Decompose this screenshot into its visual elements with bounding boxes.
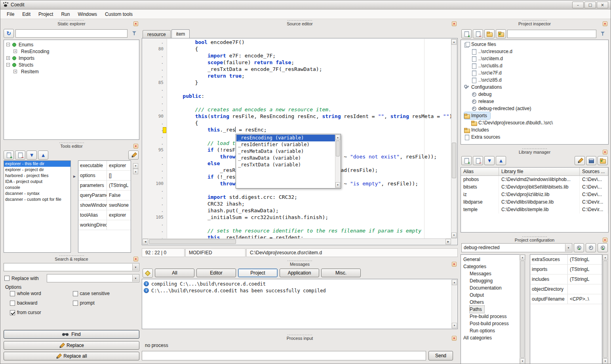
- category-item[interactable]: Debugging: [470, 277, 495, 284]
- message-filter-button[interactable]: Misc.: [321, 269, 361, 277]
- edit-tool-button[interactable]: [128, 151, 139, 160]
- property-value[interactable]: False: [107, 191, 131, 200]
- property-value[interactable]: []: [107, 171, 131, 180]
- property-value[interactable]: [568, 284, 602, 294]
- category-tree-scrollbar[interactable]: ▲ ▼: [520, 254, 525, 364]
- project-tree-item[interactable]: ..\src\utils.d: [471, 62, 506, 69]
- project-tree-item[interactable]: Source files: [464, 41, 499, 48]
- property-value[interactable]: (TStringL: [568, 255, 602, 264]
- property-value[interactable]: (TStringL: [107, 181, 131, 190]
- code-line[interactable]: .: [143, 86, 451, 93]
- tool-list-item[interactable]: dscanner - syntax: [4, 191, 70, 196]
- panel-close-icon[interactable]: ×: [603, 150, 607, 154]
- menu-item[interactable]: Custom tools: [101, 10, 137, 18]
- panel-close-icon[interactable]: ×: [603, 238, 607, 242]
- scroll-up-icon[interactable]: ▲: [335, 135, 340, 140]
- configuration-selector[interactable]: debug-redirected ▼: [461, 243, 572, 252]
- static-explorer-header[interactable]: Static explorer ×: [4, 19, 139, 27]
- code-line[interactable]: 90 this(string resFile, ResEncoding resE…: [143, 113, 451, 120]
- scroll-left-icon[interactable]: ◀: [143, 239, 148, 244]
- code-line[interactable]: . CRC32 ihash;: [143, 200, 451, 207]
- expander-icon[interactable]: +: [6, 56, 10, 60]
- code-line[interactable]: . bool encodee7F(): [143, 39, 451, 46]
- combo-arrow-icon[interactable]: ▼: [565, 244, 571, 252]
- menu-item[interactable]: Windows: [74, 10, 101, 18]
- move-library-down-button[interactable]: ▼: [484, 156, 495, 165]
- category-item[interactable]: Documentation: [470, 284, 504, 292]
- replace-term-combo[interactable]: ▼: [47, 274, 139, 282]
- property-value[interactable]: explorer: [107, 210, 131, 220]
- property-row[interactable]: options []: [78, 171, 131, 181]
- code-line[interactable]: . this._res = resEnc;: [143, 126, 451, 133]
- clear-messages-button[interactable]: [143, 269, 153, 278]
- symbol-tree-item[interactable]: + Imports: [4, 55, 139, 61]
- completion-item[interactable]: _resMetaData (variable): [236, 148, 335, 155]
- symbol-filter-button[interactable]: [129, 29, 139, 38]
- editor-horizontal-scrollbar[interactable]: ◀ ▶: [143, 238, 451, 244]
- expander-icon[interactable]: −: [6, 43, 10, 46]
- message-filter-button[interactable]: Application: [280, 269, 319, 277]
- category-item[interactable]: Paths: [470, 306, 484, 313]
- source-editor-header[interactable]: Source editor ×: [142, 19, 458, 27]
- scrollbar-thumb[interactable]: [149, 239, 236, 244]
- code-line[interactable]: 85 }: [143, 79, 451, 86]
- message-filter-button[interactable]: All: [155, 269, 194, 277]
- panel-close-icon[interactable]: ×: [133, 257, 138, 261]
- editor-vertical-scrollbar[interactable]: ▲ ▼: [451, 39, 457, 238]
- scroll-up-icon[interactable]: ▲: [452, 280, 457, 285]
- property-value[interactable]: (TStringL: [568, 274, 602, 284]
- completion-item[interactable]: _resRawData (variable): [236, 155, 335, 162]
- messages-header[interactable]: Messages ×: [142, 259, 458, 267]
- project-configuration-header[interactable]: Project configuration ×: [461, 235, 609, 243]
- property-row[interactable]: objectDirectory: [530, 284, 602, 294]
- find-button[interactable]: Find: [4, 330, 139, 339]
- library-row[interactable]: libdparse C:\Dev\dlibs\libdparse.lib C:\…: [461, 198, 608, 206]
- symbol-tree-item[interactable]: + ResItem: [4, 68, 139, 75]
- completion-item[interactable]: _resIdentifier (variable): [236, 141, 335, 148]
- scroll-up-icon[interactable]: ▲: [603, 255, 608, 260]
- scrollbar-thumb[interactable]: [603, 261, 607, 358]
- tool-list-item[interactable]: explorer - this file dir: [4, 161, 70, 167]
- property-row[interactable]: showWindows swoNone: [78, 200, 131, 210]
- tools-editor-header[interactable]: Tools editor ×: [4, 141, 139, 149]
- scroll-down-icon[interactable]: ▼: [133, 163, 138, 169]
- code-line[interactable]: 105 _initialSum = crc322uint(ihash.finis…: [143, 214, 451, 221]
- menu-item[interactable]: File: [3, 10, 18, 18]
- replace-with-checkbox[interactable]: [4, 276, 10, 281]
- library-manager-header[interactable]: Library manager ×: [461, 147, 609, 155]
- search-option[interactable]: whole word: [10, 291, 73, 296]
- search-replace-header[interactable]: Search & replace ×: [4, 254, 139, 262]
- project-tree-item[interactable]: C:\Dev\dproj\resource.d\build\..\src\: [471, 119, 556, 126]
- scroll-up-icon[interactable]: ▲: [520, 255, 525, 260]
- property-row[interactable]: executable explorer: [78, 161, 131, 171]
- code-line[interactable]: . scope(failure) return false;: [143, 59, 451, 66]
- search-option[interactable]: prompt: [73, 300, 136, 306]
- tools-splitter[interactable]: ▶: [71, 160, 78, 253]
- remove-source-button[interactable]: [473, 29, 483, 38]
- tool-list-item[interactable]: console: [4, 185, 70, 191]
- scroll-down-icon[interactable]: ▼: [335, 182, 340, 188]
- close-button[interactable]: ×: [597, 2, 608, 8]
- panel-close-icon[interactable]: ×: [603, 21, 607, 26]
- scrollbar-thumb[interactable]: [520, 261, 525, 358]
- panel-close-icon[interactable]: ×: [452, 262, 457, 267]
- code-line[interactable]: 80 {: [143, 46, 451, 52]
- code-line[interactable]: . import std.digest.crc: CRC32;: [143, 194, 451, 200]
- message-filter-button[interactable]: Editor: [196, 269, 236, 277]
- property-row[interactable]: extraSources (TStringL: [530, 255, 602, 265]
- checkbox-icon[interactable]: [10, 310, 15, 315]
- library-folder-button[interactable]: [598, 156, 608, 165]
- replace-button[interactable]: Replace: [4, 341, 139, 350]
- replace-all-button[interactable]: Replace all: [4, 352, 139, 360]
- move-tool-up-button[interactable]: ▲: [38, 151, 48, 160]
- code-line[interactable]: .: [143, 99, 451, 106]
- project-tree-item[interactable]: debug-redirected (active): [471, 105, 534, 112]
- panel-close-icon[interactable]: ×: [133, 144, 138, 149]
- property-value[interactable]: explorer: [107, 161, 131, 170]
- code-line[interactable]: .: [143, 221, 451, 227]
- property-row[interactable]: imports (TStringL: [530, 265, 602, 274]
- library-row[interactable]: temple C:\Dev\dlibs\temple.lib C:\Dev\r.…: [461, 206, 608, 213]
- symbol-tree-item[interactable]: − Structs: [4, 61, 139, 68]
- search-option[interactable]: case sensitive: [73, 291, 136, 296]
- scrollbar-thumb[interactable]: [336, 141, 340, 156]
